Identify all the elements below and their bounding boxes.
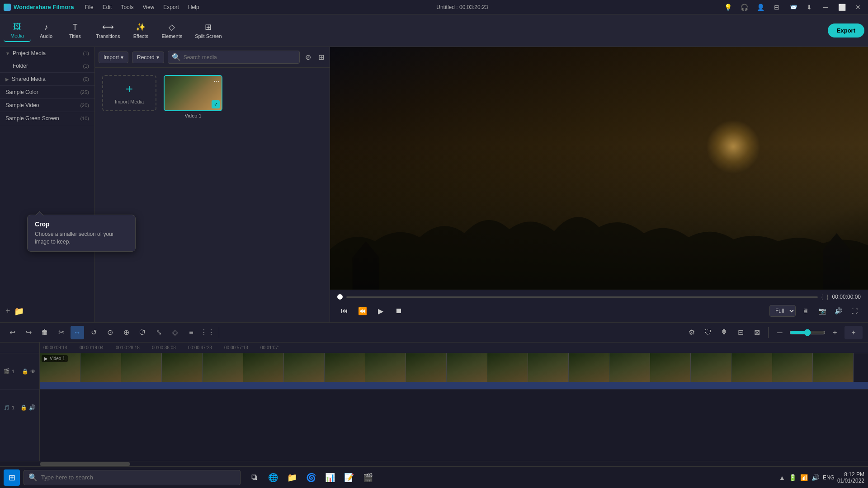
tool-titles[interactable]: T Titles (61, 20, 89, 42)
zoom-out-button[interactable]: ─ (773, 326, 787, 339)
audio-mix-button[interactable]: ⋮⋮ (201, 326, 214, 339)
clock[interactable]: 8:12 PM 01/01/2022 (837, 471, 864, 484)
crop-button[interactable]: ↔ (71, 326, 84, 339)
menu-edit[interactable]: Edit (99, 3, 116, 11)
clip-frame-7 (284, 353, 325, 382)
tool-transitions[interactable]: ⟷ Transitions (90, 19, 125, 42)
grid-view-icon[interactable]: ⊞ (316, 52, 326, 62)
video-track-eye-icon[interactable]: 👁 (30, 368, 36, 375)
media-panel: Import ▾ Record ▾ 🔍 ⊘ ⊞ + Import Media (95, 47, 330, 322)
scrollbar-thumb[interactable] (40, 462, 130, 466)
sidebar-folder-icon[interactable]: 📁 (14, 306, 24, 316)
tooltip-title: Crop (35, 221, 128, 228)
tool-media[interactable]: 🖼 Media (4, 19, 31, 42)
sidebar-item-sample-color[interactable]: Sample Color (25) (0, 86, 94, 99)
sidebar-add-icon[interactable]: + (5, 306, 10, 316)
clip-frame-18 (731, 353, 772, 382)
tool-effects[interactable]: ✨ Effects (127, 19, 154, 42)
titlebar-icon-5[interactable]: 📨 (787, 1, 799, 14)
search-input[interactable] (184, 54, 296, 61)
volume-icon[interactable]: 🔊 (832, 305, 844, 317)
subtitle-icon[interactable]: ⊠ (750, 326, 764, 339)
system-tray: ▲ 🔋 📶 🔊 (778, 473, 820, 482)
monitor-icon[interactable]: 🖥 (799, 305, 812, 317)
fullscreen-icon[interactable]: ⛶ (848, 305, 861, 317)
start-button[interactable]: ⊞ (4, 469, 20, 486)
progress-bar[interactable] (346, 296, 818, 298)
titlebar-icon-1[interactable]: 💡 (722, 1, 734, 14)
record-button[interactable]: Record ▾ (132, 52, 164, 63)
tray-wifi-icon[interactable]: 📶 (799, 473, 809, 482)
menu-export[interactable]: Export (160, 3, 183, 11)
stop-button[interactable]: ⏹ (392, 304, 406, 318)
undo-button[interactable]: ↩ (5, 326, 19, 339)
speed-button[interactable]: ⊙ (103, 326, 117, 339)
progress-dot[interactable] (337, 294, 343, 300)
maximize-button[interactable]: ⬜ (835, 1, 848, 14)
play-button[interactable]: ▶ (373, 304, 388, 318)
tray-battery-icon[interactable]: 🔋 (788, 473, 797, 482)
audio-track-lock-icon[interactable]: 🔒 (20, 404, 27, 411)
mic-icon[interactable]: 🎙 (717, 326, 731, 339)
filmora-app[interactable]: 🎬 (360, 469, 376, 486)
clock-date: 01/01/2022 (837, 478, 864, 484)
video-track-lock-icon[interactable]: 🔒 (22, 368, 28, 375)
delete-button[interactable]: 🗑 (38, 326, 52, 339)
file-explorer-app[interactable]: 📁 (284, 469, 300, 486)
sidebar-item-project-media[interactable]: ▼ Project Media (1) (0, 47, 94, 60)
titlebar-icon-2[interactable]: 🎧 (738, 1, 750, 14)
cut-button[interactable]: ✂ (54, 326, 68, 339)
tray-volume-icon[interactable]: 🔊 (811, 473, 820, 482)
keyframe-button[interactable]: ◇ (168, 326, 182, 339)
tool-elements[interactable]: ◇ Elements (156, 19, 188, 42)
chrome-app[interactable]: 🌐 (265, 469, 281, 486)
tool-audio[interactable]: ♪ Audio (33, 20, 60, 42)
edge-app[interactable]: 🌀 (303, 469, 319, 486)
titlebar-icon-6[interactable]: ⬇ (803, 1, 816, 14)
menu-file[interactable]: File (81, 3, 97, 11)
video1-thumbnail[interactable]: ⋯ ✓ Video 1 (164, 75, 222, 118)
redo-button[interactable]: ↪ (22, 326, 35, 339)
menu-tools[interactable]: Tools (117, 3, 137, 11)
tray-chevron-icon[interactable]: ▲ (778, 473, 786, 482)
export-button[interactable]: Export (828, 23, 864, 38)
tool-split-screen[interactable]: ⊞ Split Screen (189, 19, 227, 42)
word-app[interactable]: 📝 (341, 469, 357, 486)
rewind-button[interactable]: ⏮ (337, 304, 352, 318)
zoom-slider[interactable] (789, 329, 826, 336)
settings-icon[interactable]: ⚙ (685, 326, 698, 339)
close-button[interactable]: ✕ (852, 1, 864, 14)
taskbar-search-input[interactable] (41, 474, 236, 481)
caption-icon[interactable]: ⊟ (734, 326, 747, 339)
sidebar-item-shared-media[interactable]: ▶ Shared Media (0) (0, 73, 94, 85)
menu-help[interactable]: Help (184, 3, 203, 11)
adjust-button[interactable]: ≡ (184, 326, 198, 339)
language-indicator[interactable]: ENG (823, 474, 835, 481)
screenshot-icon[interactable]: 📷 (816, 305, 828, 317)
step-back-button[interactable]: ⏪ (355, 304, 370, 318)
video-frames[interactable] (40, 353, 868, 382)
rotate-button[interactable]: ↺ (87, 326, 100, 339)
import-button[interactable]: Import ▾ (99, 52, 128, 63)
fit-button[interactable]: ⤡ (152, 326, 165, 339)
menu-view[interactable]: View (139, 3, 158, 11)
excel-app[interactable]: 📊 (322, 469, 338, 486)
shield-icon[interactable]: 🛡 (701, 326, 715, 339)
titlebar-icon-4[interactable]: ⊟ (770, 1, 783, 14)
quality-select[interactable]: Full 1/2 1/4 (769, 305, 796, 317)
import-media-area[interactable]: + Import Media (102, 75, 156, 111)
timeline-add-track[interactable]: + (844, 326, 863, 339)
sidebar-item-folder[interactable]: Folder (1) (0, 60, 94, 72)
timer-button[interactable]: ⏱ (136, 326, 149, 339)
task-view-button[interactable]: ⧉ (246, 469, 262, 486)
audio-track-volume-icon[interactable]: 🔊 (29, 404, 36, 411)
zoom-in-tool-button[interactable]: ⊕ (119, 326, 133, 339)
zoom-in-button[interactable]: + (828, 326, 842, 339)
sidebar-item-sample-video[interactable]: Sample Video (20) (0, 99, 94, 112)
filter-icon[interactable]: ⊘ (303, 52, 313, 62)
timeline-scrollbar[interactable] (0, 461, 868, 466)
minimize-button[interactable]: ─ (819, 1, 832, 14)
video-track-info: 🎬 1 (4, 368, 14, 374)
sidebar-item-sample-green-screen[interactable]: Sample Green Screen (10) (0, 112, 94, 125)
titlebar-icon-3[interactable]: 👤 (754, 1, 767, 14)
